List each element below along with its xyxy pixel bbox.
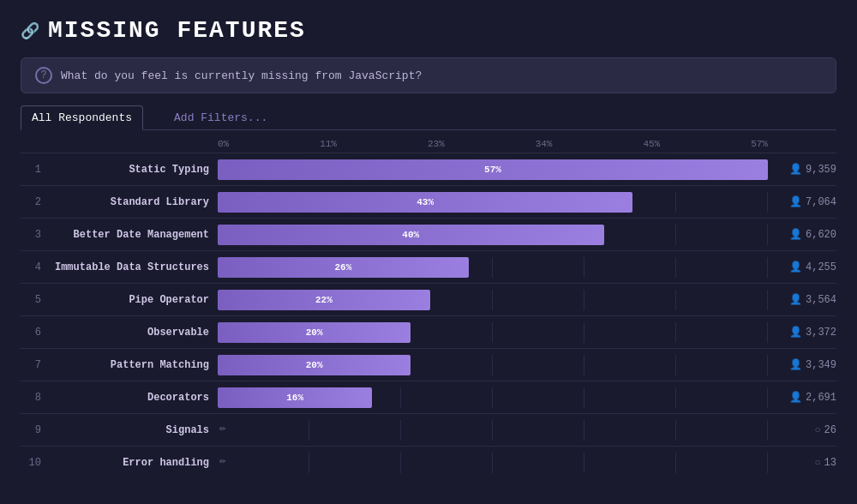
row-number: 7 <box>21 359 46 371</box>
table-row: 6Observable20%👤3,372 <box>21 315 836 348</box>
person-icon: 👤 <box>789 391 802 404</box>
count-value: 3,372 <box>806 327 836 339</box>
row-number: 5 <box>21 294 46 306</box>
count-value: 7,064 <box>806 196 836 208</box>
row-count: 👤9,359 <box>776 163 836 176</box>
person-icon: 👤 <box>789 326 802 339</box>
row-label: Immutable Data Structures <box>46 261 218 273</box>
count-value: 3,349 <box>806 359 836 371</box>
table-row: 4Immutable Data Structures26%👤4,255 <box>21 250 836 283</box>
row-number: 6 <box>21 327 46 339</box>
chart-area: 0% 11% 23% 34% 45% 57% 1Static Typing57%… <box>21 139 836 478</box>
row-label: Pattern Matching <box>46 359 218 371</box>
table-row: 7Pattern Matching20%👤3,349 <box>21 348 836 381</box>
bar-container: 57% <box>218 159 768 180</box>
question-icon: ? <box>35 67 52 84</box>
bar: 43% <box>218 192 632 213</box>
axis-23: 23% <box>428 139 445 149</box>
axis-0: 0% <box>218 139 229 149</box>
person-icon: 👤 <box>789 293 802 306</box>
count-value: 3,564 <box>806 294 836 306</box>
question-text: What do you feel is currently missing fr… <box>61 69 422 82</box>
person-icon: 👤 <box>789 163 802 176</box>
page-header: 🔗 MISSING FEATURES <box>21 17 836 44</box>
row-count: ○26 <box>776 424 836 436</box>
table-row: 9Signals✏○26 <box>21 413 836 446</box>
bar-container: ✏ <box>218 453 768 473</box>
table-row: 10Error handling✏○13 <box>21 446 836 478</box>
row-number: 1 <box>21 164 46 176</box>
bar-percent-label: 16% <box>286 393 303 403</box>
row-count: ○13 <box>776 457 836 469</box>
row-label: Static Typing <box>46 164 218 176</box>
person-outline-icon: ○ <box>814 424 820 436</box>
bar: 57% <box>218 159 768 180</box>
row-number: 8 <box>21 392 46 404</box>
row-label: Standard Library <box>46 196 218 208</box>
row-count: 👤3,372 <box>776 326 836 339</box>
edit-icon[interactable]: ✏ <box>218 420 228 436</box>
bar-percent-label: 40% <box>402 230 419 240</box>
axis-45: 45% <box>643 139 660 149</box>
table-row: 5Pipe Operator22%👤3,564 <box>21 283 836 315</box>
bar-percent-label: 57% <box>484 165 501 175</box>
row-label: Better Date Management <box>46 229 218 241</box>
bar-percent-label: 20% <box>306 327 323 338</box>
bar-percent-label: 20% <box>306 360 323 370</box>
row-number: 3 <box>21 229 46 241</box>
row-label: Pipe Operator <box>46 294 218 306</box>
bar-container: 20% <box>218 355 768 375</box>
page-title: MISSING FEATURES <box>48 17 306 44</box>
bar-container: 16% <box>218 387 768 408</box>
bar-container: 20% <box>218 322 768 343</box>
person-icon: 👤 <box>789 261 802 273</box>
bar-percent-label: 43% <box>417 197 434 207</box>
person-outline-icon: ○ <box>814 457 820 469</box>
count-value: 6,620 <box>806 229 836 241</box>
row-count: 👤7,064 <box>776 195 836 208</box>
row-count: 👤2,691 <box>776 391 836 404</box>
bar: 16% <box>218 387 372 408</box>
bar-container: 43% <box>218 192 768 213</box>
edit-icon[interactable]: ✏ <box>218 453 228 469</box>
count-value: 13 <box>824 457 836 469</box>
count-value: 4,255 <box>806 261 836 273</box>
count-value: 2,691 <box>806 392 836 404</box>
axis-57: 57% <box>751 139 768 149</box>
page-container: 🔗 MISSING FEATURES ? What do you feel is… <box>0 0 857 504</box>
question-box: ? What do you feel is currently missing … <box>21 57 836 93</box>
row-number: 9 <box>21 424 46 436</box>
table-row: 1Static Typing57%👤9,359 <box>21 153 836 185</box>
row-number: 2 <box>21 196 46 208</box>
row-label: Decorators <box>46 392 218 404</box>
bar: 20% <box>218 322 411 343</box>
bar: 26% <box>218 257 469 278</box>
row-number: 4 <box>21 261 46 273</box>
table-row: 2Standard Library43%👤7,064 <box>21 185 836 218</box>
row-number: 10 <box>21 457 46 469</box>
row-count: 👤3,349 <box>776 358 836 371</box>
bar-container: 26% <box>218 257 768 278</box>
count-value: 9,359 <box>806 164 836 176</box>
bar: 40% <box>218 225 604 245</box>
tab-add-filters[interactable]: Add Filters... <box>164 106 278 129</box>
axis-34: 34% <box>536 139 553 149</box>
row-label: Error handling <box>46 457 218 469</box>
person-icon: 👤 <box>789 228 802 241</box>
bar: 22% <box>218 290 430 310</box>
axis-11: 11% <box>320 139 337 149</box>
row-label: Signals <box>46 424 218 436</box>
bar-percent-label: 26% <box>335 262 352 273</box>
person-icon: 👤 <box>789 358 802 371</box>
bar-container: ✏ <box>218 420 768 441</box>
row-count: 👤3,564 <box>776 293 836 306</box>
table-row: 8Decorators16%👤2,691 <box>21 381 836 413</box>
chart-rows: 1Static Typing57%👤9,3592Standard Library… <box>21 153 836 478</box>
count-value: 26 <box>824 424 836 436</box>
bar-container: 22% <box>218 290 768 310</box>
tab-all-respondents[interactable]: All Respondents <box>21 105 143 130</box>
tabs-bar: All Respondents Add Filters... <box>21 105 836 130</box>
bar: 20% <box>218 355 411 375</box>
row-count: 👤6,620 <box>776 228 836 241</box>
link-icon: 🔗 <box>21 21 39 40</box>
